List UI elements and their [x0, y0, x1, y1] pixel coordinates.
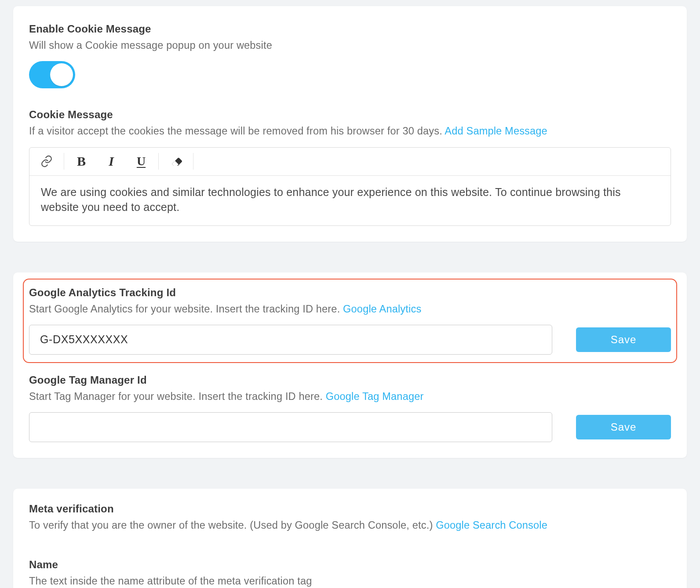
- meta-name-title: Name: [29, 559, 671, 571]
- google-analytics-link[interactable]: Google Analytics: [343, 303, 421, 315]
- ga-tracking-id-input[interactable]: [29, 325, 552, 355]
- enable-cookie-toggle[interactable]: [29, 61, 75, 88]
- toggle-knob: [50, 63, 73, 86]
- link-icon[interactable]: [39, 154, 54, 169]
- cookie-settings-card: Enable Cookie Message Will show a Cookie…: [13, 6, 687, 242]
- cookie-message-desc-text: If a visitor accept the cookies the mess…: [29, 125, 445, 137]
- ga-desc: Start Google Analytics for your website.…: [29, 301, 671, 317]
- enable-cookie-title: Enable Cookie Message: [29, 23, 671, 35]
- cookie-message-editor: B I U We are using cookies an: [29, 147, 671, 226]
- google-tag-manager-link[interactable]: Google Tag Manager: [326, 391, 424, 402]
- meta-verification-title: Meta verification: [29, 503, 671, 515]
- enable-cookie-desc: Will show a Cookie message popup on your…: [29, 38, 671, 53]
- cookie-message-title: Cookie Message: [29, 109, 671, 121]
- gtm-desc: Start Tag Manager for your website. Inse…: [29, 389, 671, 404]
- analytics-card: Google Analytics Tracking Id Start Googl…: [13, 272, 687, 458]
- editor-toolbar: B I U: [29, 148, 671, 176]
- google-search-console-link[interactable]: Google Search Console: [436, 519, 547, 531]
- meta-name-desc: The text inside the name attribute of th…: [29, 573, 671, 588]
- cookie-message-textarea[interactable]: We are using cookies and similar technol…: [29, 176, 671, 225]
- meta-verification-desc-text: To verify that you are the owner of the …: [29, 519, 436, 531]
- ga-save-button[interactable]: Save: [576, 327, 671, 352]
- italic-icon[interactable]: I: [104, 154, 119, 169]
- gtm-desc-text: Start Tag Manager for your website. Inse…: [29, 391, 326, 402]
- cookie-message-desc: If a visitor accept the cookies the mess…: [29, 123, 671, 139]
- meta-verification-desc: To verify that you are the owner of the …: [29, 518, 671, 533]
- ga-desc-text: Start Google Analytics for your website.…: [29, 303, 343, 315]
- ga-title: Google Analytics Tracking Id: [29, 287, 671, 299]
- gtm-save-button[interactable]: Save: [576, 415, 671, 439]
- toolbar-separator: [193, 153, 193, 170]
- eraser-icon[interactable]: [168, 154, 183, 169]
- bold-icon[interactable]: B: [74, 154, 89, 169]
- gtm-title: Google Tag Manager Id: [29, 374, 671, 386]
- add-sample-message-link[interactable]: Add Sample Message: [445, 125, 547, 137]
- gtm-id-input[interactable]: [29, 412, 552, 442]
- meta-verification-card: Meta verification To verify that you are…: [13, 489, 687, 588]
- underline-icon[interactable]: U: [134, 154, 149, 169]
